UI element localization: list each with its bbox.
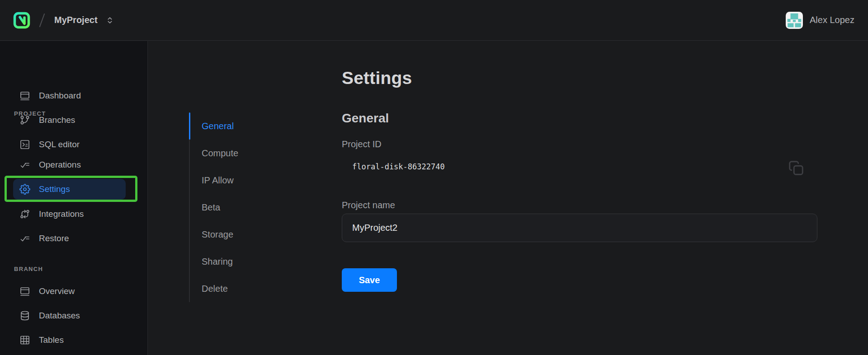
database-icon — [19, 310, 30, 321]
user-menu[interactable]: Alex Lopez — [786, 12, 854, 29]
section-title-general: General — [342, 111, 389, 126]
chevron-up-down-icon — [105, 15, 115, 26]
sidebar-item-integrations[interactable]: Integrations — [0, 204, 147, 224]
sidebar-item-label: Integrations — [39, 209, 84, 219]
save-button[interactable]: Save — [342, 268, 397, 292]
sidebar-item-tables[interactable]: Tables — [0, 330, 147, 350]
checklist-icon — [19, 159, 30, 170]
sidebar-section-branch: BRANCH — [14, 266, 43, 273]
project-name-label: Project name — [342, 200, 395, 210]
checklist-icon — [19, 233, 30, 244]
project-switcher[interactable]: MyProject — [54, 15, 115, 26]
subnav-item-ip-allow[interactable]: IP Allow — [190, 167, 307, 194]
sidebar-item-operations[interactable]: Operations — [0, 155, 147, 175]
subnav-item-beta[interactable]: Beta — [190, 194, 307, 221]
sidebar-item-databases[interactable]: Databases — [0, 306, 147, 326]
project-id-value: floral-disk-86322740 — [352, 162, 445, 171]
sidebar-item-label: Settings — [39, 184, 70, 194]
subnav-item-general[interactable]: General — [190, 112, 307, 140]
sql-terminal-icon — [19, 139, 30, 150]
subnav-active-indicator — [189, 112, 190, 140]
sidebar-item-branches[interactable]: Branches — [0, 110, 147, 130]
sidebar-item-label: Overview — [39, 286, 75, 296]
subnav-item-sharing[interactable]: Sharing — [190, 248, 307, 275]
sidebar-item-label: Tables — [39, 335, 64, 345]
subnav-item-compute[interactable]: Compute — [190, 140, 307, 167]
breadcrumb: MyProject — [13, 11, 115, 29]
dashboard-icon — [19, 90, 30, 101]
sidebar-item-label: Operations — [39, 160, 81, 170]
sidebar-item-label: Branches — [39, 115, 75, 125]
sidebar-item-restore[interactable]: Restore — [0, 229, 147, 248]
sidebar: PROJECT Dashboard Branches SQL editor — [0, 41, 148, 355]
settings-panel: Settings General Project ID floral-disk-… — [342, 41, 817, 355]
sidebar-item-label: SQL editor — [39, 140, 80, 149]
integrations-sync-icon — [19, 209, 30, 220]
user-avatar — [786, 12, 803, 29]
subnav-item-storage[interactable]: Storage — [190, 221, 307, 248]
sidebar-item-dashboard[interactable]: Dashboard — [0, 86, 147, 106]
gear-icon — [19, 184, 30, 195]
project-id-label: Project ID — [342, 139, 382, 149]
user-name: Alex Lopez — [810, 15, 854, 25]
window-icon — [19, 286, 30, 297]
sidebar-item-label: Restore — [39, 234, 69, 243]
breadcrumb-separator — [39, 13, 45, 27]
page-title: Settings — [342, 68, 412, 88]
sidebar-item-overview[interactable]: Overview — [0, 281, 147, 301]
subnav-item-delete[interactable]: Delete — [190, 275, 307, 302]
sidebar-item-settings[interactable]: Settings — [0, 179, 147, 199]
project-switcher-label: MyProject — [54, 15, 98, 25]
git-branch-icon — [19, 115, 30, 126]
top-bar: MyProject Alex Lopez — [0, 0, 868, 41]
copy-icon[interactable] — [788, 159, 805, 177]
neon-logo-icon[interactable] — [13, 11, 31, 29]
sidebar-item-label: Dashboard — [39, 91, 81, 101]
project-name-input[interactable] — [342, 214, 817, 242]
sidebar-item-sql-editor[interactable]: SQL editor — [0, 135, 147, 154]
sidebar-item-label: Databases — [39, 311, 80, 321]
settings-subnav: General Compute IP Allow Beta Storage Sh… — [189, 112, 307, 302]
table-grid-icon — [19, 335, 30, 346]
main-content: General Compute IP Allow Beta Storage Sh… — [148, 41, 868, 355]
